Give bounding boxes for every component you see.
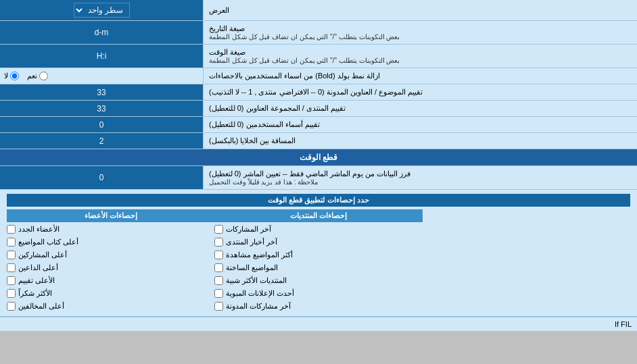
time-format-row: صيغة الوقت بعض التكوينات يتطلب "/" التي …	[0, 45, 637, 68]
stats-col1-item-6: آخر مشاركات المدونة	[214, 301, 422, 312]
main-container: العرض سطر واحدسطرانثلاثة أسطر صيغة التار…	[0, 0, 637, 331]
cutoff-row-title: فرز البيانات من يوم الماشر الماضي فقط --…	[209, 170, 410, 178]
bold-radio-group: نعم لا	[4, 72, 48, 80]
display-label: العرض	[203, 0, 637, 20]
cell-spacing-input[interactable]	[4, 136, 199, 146]
stats-col1-item-5: أحدث الإعلانات المبوية	[214, 288, 422, 299]
bold-radio-yes-label: نعم	[27, 72, 48, 80]
forum-sort-label: تقييم المنتدى / المجموعة العناوين (0 للت…	[203, 101, 637, 116]
cell-spacing-input-container	[0, 133, 203, 149]
display-header-row: العرض سطر واحدسطرانثلاثة أسطر	[0, 0, 637, 21]
bold-radio-no-label: لا	[4, 72, 19, 80]
bold-radio-no[interactable]	[10, 72, 19, 80]
time-format-input-container	[0, 45, 203, 68]
display-dropdown-container: سطر واحدسطرانثلاثة أسطر	[0, 0, 203, 20]
stats-col2-check-5[interactable]	[7, 289, 16, 298]
topic-sort-label: تقييم الموضوع / العناوين المدونة (0 -- ا…	[203, 84, 637, 100]
stats-col2-header: إحصاءات الأعضاء	[7, 209, 214, 222]
stats-col1-check-4[interactable]	[214, 276, 223, 285]
stats-col2-check-1[interactable]	[7, 238, 16, 246]
stats-col1-check-2[interactable]	[214, 251, 223, 259]
bold-remove-radio-container: نعم لا	[0, 68, 203, 84]
stats-col1-item-1: آخر أخبار المنتدى	[214, 236, 422, 248]
forum-sort-row: تقييم المنتدى / المجموعة العناوين (0 للت…	[0, 101, 637, 117]
stats-header-label: حدد إحصاءات لتطبيق قطع الوقت	[7, 194, 630, 207]
username-sort-input-container	[0, 117, 203, 132]
stats-col2-item-5: الأكثر شكراً	[7, 288, 214, 299]
cutoff-row-note: ملاحظة : هذا قد يزيد قليلاً وقت التحميل	[209, 178, 318, 186]
stats-col2-item-6: أعلى المخالفين	[7, 301, 214, 312]
cutoff-input-container	[0, 166, 203, 189]
cell-spacing-row: المسافة بين الخلايا (بالبكسل)	[0, 133, 637, 149]
forum-sort-title: تقييم المنتدى / المجموعة العناوين (0 للت…	[209, 104, 346, 113]
bold-radio-yes[interactable]	[39, 72, 48, 80]
topic-sort-row: تقييم الموضوع / العناوين المدونة (0 -- ا…	[0, 84, 637, 101]
bold-no-text: لا	[4, 72, 8, 80]
time-format-input[interactable]	[4, 51, 199, 61]
stats-col1-item-4: المنتديات الأكثر شبية	[214, 275, 422, 286]
date-format-row: صيغة التاريخ بعض التكوينات يتطلب "/" الت…	[0, 21, 637, 45]
cutoff-section-header: قطع الوقت	[0, 149, 637, 166]
bold-yes-text: نعم	[27, 72, 37, 80]
bold-remove-title: ازالة نمط بولد (Bold) من اسماء المستخدمي…	[209, 72, 380, 80]
date-format-input-container	[0, 21, 203, 44]
stats-col1-check-0[interactable]	[214, 225, 223, 234]
date-format-sublabel: بعض التكوينات يتطلب "/" التي يمكن ان تضا…	[209, 33, 400, 41]
topic-sort-title: تقييم الموضوع / العناوين المدونة (0 -- ا…	[209, 88, 423, 97]
stats-col2-item-2: أعلى المشاركين	[7, 249, 214, 261]
cell-spacing-title: المسافة بين الخلايا (بالبكسل)	[209, 136, 296, 145]
username-sort-label: تقييم أسماء المستخدمين (0 للتعطيل)	[203, 117, 637, 132]
bold-remove-row: ازالة نمط بولد (Bold) من اسماء المستخدمي…	[0, 68, 637, 84]
stats-col2-item-4: الأعلى تقييم	[7, 275, 214, 286]
stats-section: حدد إحصاءات لتطبيق قطع الوقت إحصاءات الم…	[0, 190, 637, 317]
topic-sort-input-container	[0, 84, 203, 100]
stats-col2-item-0: الأعضاء الجدد	[7, 224, 214, 235]
stats-col2-check-3[interactable]	[7, 263, 16, 272]
username-sort-title: تقييم أسماء المستخدمين (0 للتعطيل)	[209, 120, 320, 129]
display-title-text: العرض	[209, 6, 229, 15]
stats-col2-check-6[interactable]	[7, 302, 16, 311]
forum-sort-input-container	[0, 101, 203, 116]
stats-col2-item-1: أعلى كتاب المواضيع	[7, 236, 214, 248]
stats-col2-check-4[interactable]	[7, 276, 16, 285]
stats-col2-item-3: أعلى الداعين	[7, 262, 214, 274]
cutoff-label: فرز البيانات من يوم الماشر الماضي فقط --…	[203, 166, 637, 189]
stats-col2-check-0[interactable]	[7, 225, 16, 234]
date-format-label: صيغة التاريخ بعض التكوينات يتطلب "/" الت…	[203, 21, 637, 44]
stats-col1-header: إحصاءات المنتديات	[214, 209, 422, 222]
stats-col1-item-2: أكثر المواضيع مشاهدة	[214, 249, 422, 261]
stats-col1-check-5[interactable]	[214, 289, 223, 298]
bold-remove-label: ازالة نمط بولد (Bold) من اسماء المستخدمي…	[203, 68, 637, 84]
display-dropdown[interactable]: سطر واحدسطرانثلاثة أسطر	[74, 3, 130, 18]
stats-col1-check-3[interactable]	[214, 263, 223, 272]
stats-col1-check-1[interactable]	[214, 238, 223, 246]
date-format-input[interactable]	[4, 28, 199, 37]
stats-col1-item-0: آخر المشاركات	[214, 224, 422, 235]
stats-col1-check-6[interactable]	[214, 302, 223, 311]
time-format-sublabel: بعض التكوينات يتطلب "/" التي يمكن ان تضا…	[209, 57, 400, 64]
cutoff-input[interactable]	[4, 173, 199, 182]
time-format-label: صيغة الوقت بعض التكوينات يتطلب "/" التي …	[203, 45, 637, 68]
topic-sort-input[interactable]	[4, 88, 199, 97]
stats-col1-item-3: المواضيع الساخنة	[214, 262, 422, 274]
forum-sort-input[interactable]	[4, 104, 199, 113]
stats-col2-check-2[interactable]	[7, 251, 16, 259]
cutoff-title-text: قطع الوقت	[300, 153, 337, 162]
date-format-title: صيغة التاريخ	[209, 24, 245, 33]
time-format-title: صيغة الوقت	[209, 48, 245, 57]
username-sort-row: تقييم أسماء المستخدمين (0 للتعطيل)	[0, 117, 637, 133]
bottom-text: If FIL	[0, 317, 637, 331]
cell-spacing-label: المسافة بين الخلايا (بالبكسل)	[203, 133, 637, 149]
username-sort-input[interactable]	[4, 120, 199, 130]
cutoff-row: فرز البيانات من يوم الماشر الماضي فقط --…	[0, 166, 637, 190]
